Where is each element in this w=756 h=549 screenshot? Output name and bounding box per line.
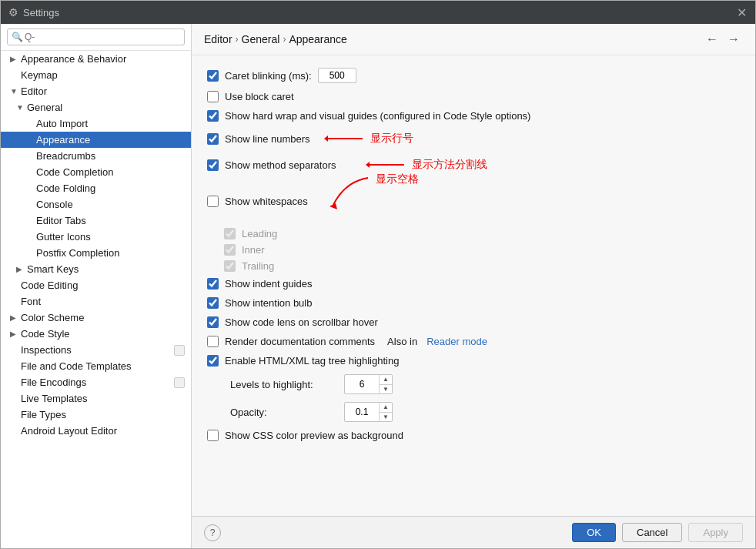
enable-html-tag-checkbox[interactable] bbox=[207, 355, 219, 367]
search-input[interactable] bbox=[7, 28, 185, 45]
sidebar-item-inspections[interactable]: Inspections bbox=[1, 342, 191, 358]
expand-arrow: ▼ bbox=[16, 103, 27, 112]
use-block-caret-checkbox[interactable] bbox=[207, 91, 219, 102]
svg-marker-3 bbox=[366, 162, 370, 168]
inner-checkbox[interactable] bbox=[224, 244, 236, 256]
render-documentation-checkbox[interactable] bbox=[207, 336, 219, 347]
sidebar-item-live-templates[interactable]: Live Templates bbox=[1, 390, 191, 407]
sidebar-item-auto-import[interactable]: Auto Import bbox=[1, 115, 191, 132]
sidebar-item-editor-tabs[interactable]: Editor Tabs bbox=[1, 213, 191, 229]
hard-wrap-row: Show hard wrap and visual guides (config… bbox=[207, 110, 740, 122]
sidebar-item-file-encodings[interactable]: File Encodings bbox=[1, 374, 191, 390]
method-sep-annotation: 显示方法分割线 bbox=[366, 156, 487, 174]
back-button[interactable]: ← bbox=[703, 30, 721, 49]
sidebar-item-gutter-icons[interactable]: Gutter Icons bbox=[1, 229, 191, 245]
sidebar-item-label: File Encodings bbox=[21, 377, 86, 388]
trailing-label: Trailing bbox=[242, 260, 274, 272]
sidebar-item-label: Code Completion bbox=[36, 166, 113, 178]
expand-arrow bbox=[10, 394, 21, 403]
sidebar-item-color-scheme[interactable]: ▶ Color Scheme bbox=[1, 310, 191, 326]
reader-mode-link[interactable]: Reader mode bbox=[427, 336, 487, 347]
show-intention-bulb-checkbox[interactable] bbox=[207, 297, 219, 309]
sidebar-item-appearance[interactable]: Appearance bbox=[1, 132, 191, 148]
breadcrumb-general: General bbox=[242, 33, 280, 45]
levels-up-button[interactable]: ▲ bbox=[380, 375, 392, 384]
levels-down-button[interactable]: ▼ bbox=[380, 384, 392, 393]
sidebar-item-code-style[interactable]: ▶ Code Style bbox=[1, 326, 191, 342]
show-line-numbers-label: Show line numbers bbox=[225, 133, 310, 145]
whitespace-sub-options: Leading Inner Trailing bbox=[224, 228, 740, 272]
show-intention-bulb-label: Show intention bulb bbox=[225, 297, 312, 309]
css-color-preview-checkbox[interactable] bbox=[207, 430, 219, 441]
expand-arrow bbox=[10, 297, 21, 306]
expand-arrow bbox=[10, 427, 21, 435]
enable-html-tag-row: Enable HTML/XML tag tree highlighting bbox=[207, 355, 740, 367]
caret-blinking-checkbox[interactable] bbox=[207, 70, 219, 82]
sidebar-item-general[interactable]: ▼ General bbox=[1, 99, 191, 115]
sidebar-item-postfix-completion[interactable]: Postfix Completion bbox=[1, 245, 191, 261]
use-block-caret-row: Use block caret bbox=[207, 91, 740, 102]
search-icon: 🔍 bbox=[12, 32, 23, 42]
sidebar-item-appearance-behavior[interactable]: ▶ Appearance & Behavior bbox=[1, 51, 191, 67]
close-button[interactable]: ✕ bbox=[735, 6, 748, 18]
forward-button[interactable]: → bbox=[724, 30, 743, 49]
use-block-caret-label: Use block caret bbox=[225, 91, 294, 102]
trailing-checkbox[interactable] bbox=[224, 260, 236, 272]
titlebar: ⚙ Settings ✕ bbox=[1, 1, 755, 24]
sidebar-item-label: Live Templates bbox=[21, 393, 87, 404]
hard-wrap-checkbox[interactable] bbox=[207, 110, 219, 122]
levels-label: Levels to highlight: bbox=[230, 379, 338, 390]
show-whitespaces-checkbox[interactable] bbox=[207, 196, 219, 207]
expand-arrow bbox=[25, 168, 36, 176]
sidebar-item-label: Font bbox=[21, 296, 41, 307]
sidebar-item-file-types[interactable]: File Types bbox=[1, 407, 191, 423]
show-line-numbers-checkbox[interactable] bbox=[207, 133, 219, 145]
sidebar-item-breadcrumbs[interactable]: Breadcrumbs bbox=[1, 148, 191, 164]
sidebar-item-android-layout-editor[interactable]: Android Layout Editor bbox=[1, 423, 191, 439]
show-indent-guides-label: Show indent guides bbox=[225, 278, 312, 290]
opacity-up-button[interactable]: ▲ bbox=[380, 403, 392, 412]
sidebar-item-smart-keys[interactable]: ▶ Smart Keys bbox=[1, 261, 191, 277]
show-method-sep-checkbox[interactable] bbox=[207, 159, 219, 171]
caret-blinking-input[interactable] bbox=[318, 68, 356, 83]
show-indent-guides-checkbox[interactable] bbox=[207, 278, 219, 290]
opacity-label: Opacity: bbox=[230, 407, 338, 418]
sidebar-item-label: Breadcrumbs bbox=[36, 150, 95, 162]
sidebar-item-label: File Types bbox=[21, 409, 66, 420]
sidebar-item-code-completion[interactable]: Code Completion bbox=[1, 164, 191, 180]
show-whitespaces-row: Show whitespaces 显示空格 bbox=[207, 182, 740, 220]
sidebar-item-label: Code Editing bbox=[21, 280, 78, 291]
cancel-button[interactable]: Cancel bbox=[622, 523, 682, 542]
sidebar-item-label: Appearance bbox=[36, 134, 90, 146]
trailing-row: Trailing bbox=[224, 260, 740, 272]
sidebar-item-font[interactable]: Font bbox=[1, 293, 191, 310]
show-code-lens-checkbox[interactable] bbox=[207, 316, 219, 328]
sidebar-item-label: General bbox=[27, 102, 62, 113]
opacity-input[interactable] bbox=[345, 405, 379, 419]
sidebar-item-console[interactable]: Console bbox=[1, 196, 191, 213]
opacity-spinner-buttons: ▲ ▼ bbox=[379, 403, 392, 421]
expand-arrow bbox=[10, 71, 21, 79]
expand-arrow bbox=[25, 184, 36, 192]
expand-arrow: ▼ bbox=[10, 87, 21, 95]
apply-button[interactable]: Apply bbox=[688, 523, 743, 542]
sidebar-item-code-folding[interactable]: Code Folding bbox=[1, 180, 191, 196]
sidebar-item-editor[interactable]: ▼ Editor bbox=[1, 83, 191, 99]
show-method-sep-row: Show method separators 显示方法分割线 bbox=[207, 156, 740, 174]
expand-arrow bbox=[25, 216, 36, 225]
sidebar-item-code-editing[interactable]: Code Editing bbox=[1, 277, 191, 293]
bottom-left: ? bbox=[204, 524, 221, 541]
sidebar-item-label: Postfix Completion bbox=[36, 247, 119, 259]
app-icon: ⚙ bbox=[8, 6, 18, 18]
ok-button[interactable]: OK bbox=[572, 523, 616, 542]
help-button[interactable]: ? bbox=[204, 524, 221, 541]
opacity-down-button[interactable]: ▼ bbox=[380, 412, 392, 421]
expand-arrow bbox=[25, 200, 36, 209]
levels-input[interactable] bbox=[345, 377, 379, 391]
leading-row: Leading bbox=[224, 228, 740, 239]
sidebar-item-label: Keymap bbox=[21, 69, 58, 81]
leading-checkbox[interactable] bbox=[224, 228, 236, 239]
sidebar-item-keymap[interactable]: Keymap bbox=[1, 67, 191, 83]
sidebar-item-file-code-templates[interactable]: File and Code Templates bbox=[1, 358, 191, 374]
sidebar-item-label: Code Folding bbox=[36, 182, 95, 194]
